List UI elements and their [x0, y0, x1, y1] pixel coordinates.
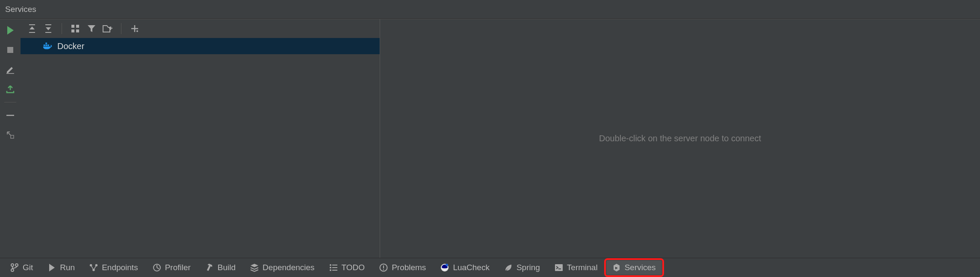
tree-toolbar: [21, 19, 380, 38]
toolbar-separator: [121, 23, 121, 34]
toolwindow-label: Run: [60, 263, 75, 272]
panel-title: Services: [5, 5, 36, 14]
luacheck-icon: [440, 263, 449, 272]
toolwindow-services[interactable]: Services: [606, 260, 662, 275]
leaf-icon: [504, 263, 513, 272]
svg-rect-10: [71, 29, 74, 32]
svg-rect-15: [47, 44, 49, 46]
toolbar-separator: [62, 23, 62, 34]
side-toolbar: [0, 19, 21, 258]
collapse-all-icon: [44, 24, 53, 33]
svg-rect-8: [71, 25, 74, 28]
svg-rect-31: [383, 265, 384, 268]
toolwindow-endpoints[interactable]: Endpoints: [83, 260, 144, 275]
toolwindow-run[interactable]: Run: [41, 260, 81, 275]
stop-button[interactable]: [3, 42, 18, 58]
docker-icon: [43, 41, 52, 51]
toolwindow-bar: Git Run Endpoints Profiler Build Depende…: [0, 258, 980, 277]
play-icon: [6, 26, 14, 35]
list-icon: [329, 263, 338, 272]
svg-rect-9: [76, 25, 79, 28]
minimize-button[interactable]: [3, 108, 18, 123]
toolwindow-luacheck[interactable]: LuaCheck: [434, 260, 496, 275]
svg-point-34: [446, 264, 448, 266]
branch-icon: [10, 263, 19, 272]
svg-rect-16: [45, 43, 47, 44]
layers-icon: [250, 263, 259, 272]
filter-icon: [87, 24, 96, 33]
svg-rect-13: [44, 44, 45, 46]
pencil-icon: [6, 65, 15, 74]
add-service-button[interactable]: [127, 21, 142, 36]
detail-hint: Double-click on the server node to conne…: [599, 134, 761, 143]
minimize-icon: [6, 114, 14, 116]
services-tree[interactable]: Docker: [21, 38, 380, 258]
filter-button[interactable]: [84, 21, 99, 36]
toolwindow-label: TODO: [342, 263, 365, 272]
svg-rect-27: [332, 267, 337, 268]
play-icon: [47, 263, 56, 272]
svg-point-18: [15, 264, 18, 266]
hammer-icon: [205, 263, 214, 272]
services-icon: [612, 263, 621, 272]
svg-rect-1: [6, 73, 14, 74]
svg-rect-2: [6, 115, 14, 116]
toolwindow-label: Dependencies: [263, 263, 314, 272]
expand-all-button[interactable]: [25, 21, 39, 36]
toolwindow-dependencies[interactable]: Dependencies: [244, 260, 320, 275]
toolwindow-label: Spring: [517, 263, 540, 272]
stop-icon: [7, 47, 14, 53]
toolwindow-profiler[interactable]: Profiler: [147, 260, 197, 275]
svg-rect-5: [29, 32, 35, 33]
toolwindow-build[interactable]: Build: [199, 260, 242, 275]
svg-point-19: [11, 269, 14, 271]
toolwindow-todo[interactable]: TODO: [323, 260, 371, 275]
endpoints-icon: [89, 263, 98, 272]
svg-point-12: [136, 30, 138, 32]
expand-all-icon: [28, 24, 36, 33]
toolwindow-git[interactable]: Git: [4, 260, 39, 275]
toolwindow-label: Endpoints: [102, 263, 138, 272]
svg-rect-7: [45, 32, 51, 33]
toolwindow-spring[interactable]: Spring: [498, 260, 546, 275]
svg-rect-25: [332, 265, 337, 265]
toolwindow-label: Terminal: [567, 263, 598, 272]
toolwindow-label: Build: [218, 263, 236, 272]
plus-icon: [130, 24, 139, 33]
toolwindow-label: Problems: [392, 263, 426, 272]
deploy-icon: [6, 85, 15, 94]
toolbar-separator: [4, 102, 16, 102]
toolwindow-label: Profiler: [165, 263, 191, 272]
edit-button[interactable]: [3, 62, 18, 77]
open-new-tab-button[interactable]: [100, 21, 115, 36]
group-by-icon: [71, 24, 80, 33]
services-tree-panel: Docker: [21, 19, 380, 258]
toolwindow-label: Git: [23, 263, 33, 272]
svg-point-26: [330, 267, 331, 268]
svg-rect-6: [45, 24, 51, 25]
terminal-icon: [555, 263, 563, 272]
svg-rect-11: [76, 29, 79, 32]
tab-plus-icon: [103, 24, 113, 33]
toolwindow-problems[interactable]: Problems: [373, 260, 432, 275]
toolwindow-terminal[interactable]: Terminal: [549, 260, 604, 275]
svg-rect-32: [383, 269, 384, 270]
deploy-button[interactable]: [3, 82, 18, 97]
svg-rect-29: [332, 270, 337, 271]
panel-header: Services: [0, 0, 980, 19]
panel-body: Docker Double-click on the server node t…: [0, 19, 980, 258]
collapse-all-button[interactable]: [41, 21, 56, 36]
run-button[interactable]: [3, 23, 18, 38]
group-by-button[interactable]: [68, 21, 83, 36]
warning-icon: [379, 263, 388, 272]
svg-rect-3: [11, 135, 14, 138]
tree-node-label: Docker: [57, 41, 84, 51]
tree-node-docker[interactable]: Docker: [21, 38, 380, 54]
svg-rect-36: [558, 268, 561, 269]
svg-point-28: [330, 269, 331, 271]
restore-button[interactable]: [3, 127, 18, 143]
svg-rect-4: [29, 24, 35, 25]
profiler-icon: [153, 263, 161, 272]
detail-pane: Double-click on the server node to conne…: [380, 19, 980, 258]
svg-rect-35: [555, 264, 563, 271]
